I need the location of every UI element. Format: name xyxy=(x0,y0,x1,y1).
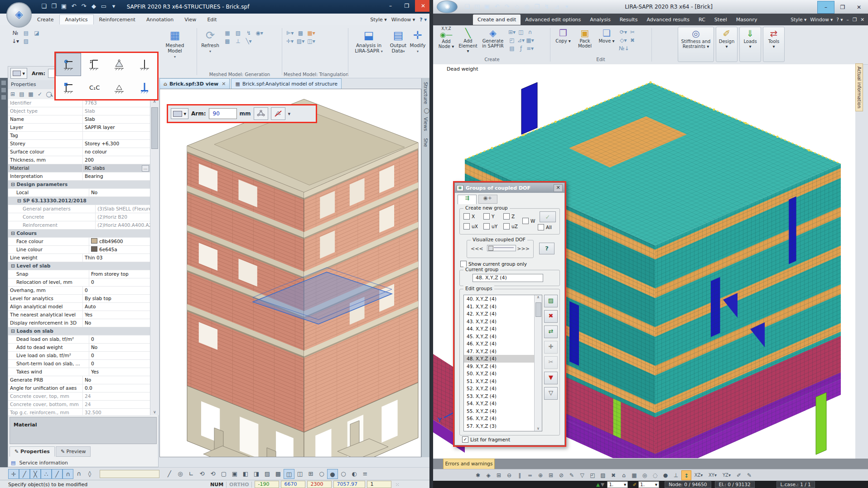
light-off-icon[interactable]: ○ xyxy=(316,469,327,479)
align-icon[interactable]: = xyxy=(525,470,535,480)
delete-group-button[interactable]: ✖ xyxy=(544,310,558,323)
tab-advanced-results[interactable]: Advanced results xyxy=(642,14,694,25)
group-list-item[interactable]: 40. X,Y,Z (4) xyxy=(464,295,542,303)
side-tab-views[interactable]: Views xyxy=(422,114,430,134)
property-row-short-term-load-on-slab[interactable]: Short-term load on slab, ...0 xyxy=(8,360,150,368)
column-gen-icon[interactable]: ⊥ xyxy=(234,37,243,45)
undo-icon[interactable]: ↶ xyxy=(492,2,502,12)
pair-slabs-icon[interactable]: ◫▾ xyxy=(307,37,316,45)
property-row-live-load-on-slab-tf-m[interactable]: Live load on slab, tf/m²0 xyxy=(8,352,150,360)
side-tab-structure[interactable]: Structure xyxy=(422,78,430,108)
snap-star-icon[interactable]: ✱ xyxy=(473,470,483,480)
property-value[interactable]: 24 xyxy=(83,392,150,400)
gears-icon[interactable]: ▩ xyxy=(223,37,232,45)
sapfir-app-logo-icon[interactable]: ◈ xyxy=(6,2,32,28)
slab-type-dropdown[interactable]: ▾ xyxy=(10,68,27,79)
toggle-ortho[interactable]: ORTHO xyxy=(227,482,252,488)
rotate-x-icon[interactable]: ⟲ xyxy=(197,469,207,479)
ellipsis-button[interactable]: … xyxy=(142,165,149,172)
window-menu[interactable]: Window ▾ xyxy=(391,17,415,23)
property-value[interactable]: 0 xyxy=(89,278,150,286)
light-spot-icon[interactable]: ○ xyxy=(338,469,349,479)
tab-preview[interactable]: ✎ Preview xyxy=(56,446,91,457)
property-row-align-analytical-model[interactable]: Align analytical modelAuto xyxy=(8,303,150,311)
service-information-row[interactable]: ▤ Service information xyxy=(11,459,68,467)
slider-next-button[interactable]: >>> xyxy=(517,246,530,252)
layers-stack-icon[interactable]: ≡ xyxy=(360,469,371,479)
fixed-support-blue-icon[interactable] xyxy=(132,76,157,99)
exchange-group-button[interactable]: ⇄ xyxy=(544,325,558,338)
tab-analysis[interactable]: Analysis xyxy=(585,14,615,25)
dof-slider[interactable] xyxy=(487,245,516,251)
view-cube-gear-icon[interactable]: ▨ xyxy=(262,469,273,479)
add-to-group-button[interactable]: ✚ xyxy=(544,341,558,354)
snap-guides-icon[interactable]: ╳ xyxy=(30,469,41,479)
tab-edit[interactable]: Edit xyxy=(202,15,222,24)
group-list-item[interactable]: 48. X,Y,Z (4) xyxy=(464,355,542,363)
funnel-icon[interactable]: ▽ xyxy=(577,470,587,480)
frame-icon[interactable]: ⌂ xyxy=(619,470,629,480)
tab-create-dof[interactable]: ⇶ xyxy=(458,195,477,204)
property-value[interactable]: 0 xyxy=(89,352,150,359)
view-section-icon[interactable]: ◫ xyxy=(284,469,294,479)
view-cube-white-icon[interactable]: ▣ xyxy=(229,469,240,479)
tab-annotation[interactable]: Annotation xyxy=(141,15,179,24)
function-icon[interactable]: ƒ xyxy=(516,44,526,53)
tools-button[interactable]: ⇄ Tools▾ xyxy=(763,27,785,62)
analysis-in-lira-button[interactable]: ⬓ Analysis in LIRA-SAPR ▾ xyxy=(350,27,388,73)
property-value[interactable]: RC slabs… xyxy=(83,164,150,172)
group-list-item[interactable]: 55. X,Y,Z (4) xyxy=(464,407,542,415)
group-list-item[interactable]: 42. X,Y,Z (4) xyxy=(464,310,542,318)
sapfir-3d-viewport[interactable] xyxy=(159,89,421,457)
dialog-titlebar[interactable]: ▦ Groups of coupled DOF ✕ xyxy=(455,183,564,193)
property-row-add-to-dead-weight[interactable]: Add to dead weightNo xyxy=(8,344,150,352)
roller-support-icon[interactable] xyxy=(132,53,157,76)
property-group-colours[interactable]: ⊟ Colours xyxy=(8,230,150,238)
arch-gen-icon[interactable]: ∩ xyxy=(526,28,535,36)
magnet-off-icon[interactable]: ∩ xyxy=(73,469,84,479)
rotate-y-icon[interactable]: ⟲ xyxy=(207,469,218,479)
snap-angle-icon[interactable]: ╱ xyxy=(52,469,63,479)
triangulate-lines-icon[interactable]: ⊫▾ xyxy=(285,29,294,37)
property-row-concrete-cover-bottom-mm[interactable]: Concrete cover, bottom, mm24 xyxy=(8,401,150,409)
redo-icon[interactable]: ↷ xyxy=(502,2,512,12)
align-cross-icon[interactable]: ✛▾ xyxy=(285,37,294,45)
storey-copy-icon[interactable]: ▤ xyxy=(22,29,31,37)
tab-view[interactable]: View xyxy=(179,15,202,24)
node-gen-icon[interactable]: ◈ xyxy=(483,470,493,480)
property-row-tag[interactable]: Tag xyxy=(8,132,150,140)
property-value[interactable]: 24 xyxy=(83,401,150,408)
snap-points-icon[interactable]: ∴ xyxy=(41,469,52,479)
view-cube-render-icon[interactable]: ◨ xyxy=(251,469,262,479)
rod-gen-icon[interactable]: ╲▾ xyxy=(244,37,253,45)
property-value[interactable]: (2)Horiz B20 xyxy=(96,213,150,221)
property-row-reinforcement[interactable]: Reinforcement(2)Horiz A400.A400.A240 xyxy=(8,221,150,230)
groups-listbox[interactable]: 40. X,Y,Z (4)41. X,Y,Z (4)42. X,Y,Z (4)4… xyxy=(463,295,542,431)
style-menu[interactable]: Style ▾ xyxy=(791,17,806,22)
group-list-item[interactable]: 53. X,Y,Z (4) xyxy=(464,392,542,400)
property-value[interactable]: 0 xyxy=(89,335,150,343)
checkbox-uz[interactable]: uZ xyxy=(503,223,518,230)
group-list-item[interactable]: 43. X,Y,Z (4) xyxy=(464,318,542,325)
close-button[interactable]: ✕ xyxy=(415,0,431,12)
maximize-button[interactable]: ❐ xyxy=(399,0,415,12)
property-row-overhang-mm[interactable]: Overhang, mm0 xyxy=(8,287,150,295)
property-group-sp-63-13330-2012-2018[interactable]: ⊟ SP 63.13330.2012/2018 xyxy=(8,197,150,205)
maximize-button[interactable]: ❐ xyxy=(834,1,851,13)
property-value[interactable]: 200 xyxy=(83,156,150,164)
c1c2-elastic-support-icon[interactable]: C₁C₂ xyxy=(81,76,106,99)
view-cube-shaded-icon[interactable]: ◧ xyxy=(240,469,251,479)
slider-thumb[interactable] xyxy=(488,246,493,251)
view-clip-icon[interactable]: ▩ xyxy=(273,469,284,479)
list-scrollbar[interactable]: ∧∨ xyxy=(534,295,542,431)
strip-icon[interactable] xyxy=(1,81,6,85)
property-row-concrete[interactable]: Concrete(2)Horiz B20 xyxy=(8,213,150,221)
light-on-icon[interactable]: ● xyxy=(327,469,338,479)
property-value[interactable]: From storey top xyxy=(89,270,150,278)
grid-gen-icon[interactable]: ⊞ xyxy=(494,470,504,480)
list-icon[interactable]: ≡▾ xyxy=(526,44,535,53)
import-model-icon[interactable]: ◳ xyxy=(472,2,482,12)
list-view-icon[interactable]: ▤ xyxy=(17,89,26,99)
meshed-model-button[interactable]: ▦ Meshed Model▾ xyxy=(162,27,188,73)
slab-level-icon[interactable]: ◊ xyxy=(84,469,95,479)
